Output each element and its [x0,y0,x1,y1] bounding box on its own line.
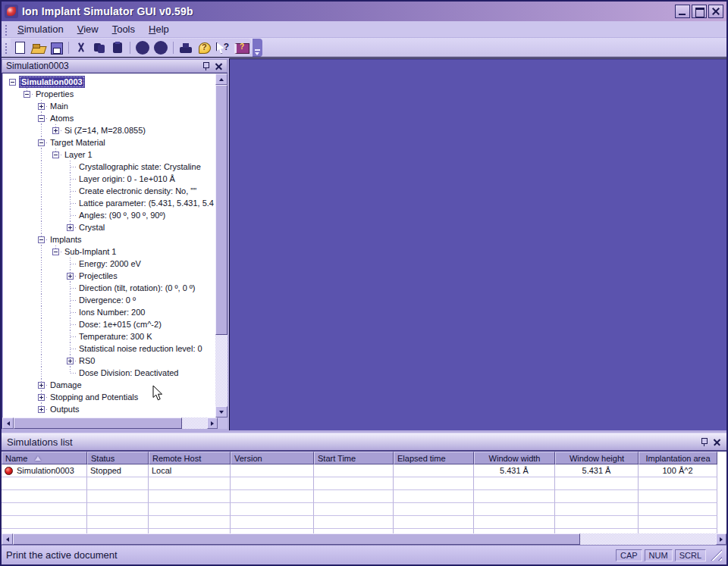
maximize-button[interactable] [692,5,707,18]
panel-close-icon[interactable] [713,438,721,446]
pin-icon[interactable] [700,437,708,446]
run-icon[interactable] [135,41,150,55]
column-header[interactable]: Remote Host [149,452,231,464]
expand-icon[interactable] [67,358,74,364]
tree-horizontal-scrollbar[interactable] [2,417,218,429]
column-header[interactable]: Start Time [314,452,394,464]
tree-item[interactable]: RS0 [3,355,215,367]
about-help-icon[interactable] [196,41,212,55]
workspace[interactable] [229,58,726,430]
pin-icon[interactable] [202,61,210,70]
tree-item[interactable]: Crystallographic state: Crystaline [3,161,215,173]
tree-vertical-scrollbar[interactable] [215,73,228,417]
scroll-thumb[interactable] [13,533,580,545]
expand-icon[interactable] [67,273,74,280]
collapse-icon[interactable] [38,139,45,146]
column-header[interactable]: Window width [474,452,555,464]
table-row[interactable] [2,490,726,503]
minimize-button[interactable] [675,5,690,18]
toolbar-options-chevron-icon[interactable] [253,39,262,57]
scroll-up-button[interactable] [215,73,228,85]
tree-item[interactable]: Crystal [3,221,215,233]
menubar-grip-icon[interactable] [4,23,8,36]
tree-item[interactable]: Layer 1 [3,149,215,161]
tree-item[interactable]: Simulation0003 [3,76,215,88]
table-horizontal-scrollbar[interactable] [2,533,726,545]
tree-item[interactable]: Damage [3,379,215,391]
tree-item[interactable]: Main [3,100,215,112]
table-row[interactable]: Simulation0003StoppedLocal5.431 Å5.431 Å… [2,464,726,477]
tree-item[interactable]: Outputs [3,403,215,415]
tree-item[interactable]: Divergence: 0 º [3,294,215,306]
column-header[interactable]: Name [2,452,87,464]
tree-panel-header[interactable]: Simulation0003 [2,59,228,73]
panel-close-icon[interactable] [215,62,223,70]
scroll-thumb[interactable] [215,85,228,335]
column-header[interactable]: Window height [555,452,639,464]
menu-help[interactable]: Help [142,22,176,36]
menu-view[interactable]: View [71,22,105,36]
menu-tools[interactable]: Tools [105,22,142,36]
expand-icon[interactable] [38,394,45,401]
collapse-icon[interactable] [52,152,59,158]
tree-item[interactable]: Statistical noise reduction level: 0 [3,342,215,355]
scroll-right-button[interactable] [207,417,218,429]
collapse-icon[interactable] [9,79,16,86]
scroll-left-button[interactable] [2,417,14,429]
tree-item[interactable]: Atoms [3,112,215,124]
open-folder-icon[interactable] [30,41,46,55]
scroll-left-button[interactable] [2,533,13,545]
column-header[interactable]: Implantation area [639,452,717,464]
tree-item[interactable]: Angles: (90 º, 90 º, 90º) [3,209,215,221]
tree-item[interactable]: Properties [3,88,215,100]
tree-item[interactable]: Direction (tilt, rotation): (0 º, 0 º) [3,282,215,294]
copy-icon[interactable] [92,41,107,55]
column-header[interactable]: Status [87,452,149,464]
new-document-icon[interactable] [12,41,27,55]
resize-grip[interactable] [711,549,722,561]
expand-icon[interactable] [38,382,45,389]
tree-item[interactable]: Ions Number: 200 [3,306,215,318]
expand-icon[interactable] [38,406,45,413]
tree-item[interactable]: Create electronic density: No, "" [3,185,215,197]
toolbar-grip-icon[interactable] [4,42,8,54]
table-row[interactable] [2,503,726,516]
app-logo-icon[interactable] [5,5,18,18]
tree-item[interactable]: Dose: 1e+015 (cm^-2) [3,318,215,330]
close-button[interactable] [708,5,723,18]
scroll-right-button[interactable] [716,533,726,545]
column-header[interactable]: Elapsed time [394,452,474,464]
collapse-icon[interactable] [38,236,45,243]
scroll-thumb[interactable] [14,417,182,429]
menu-simulation[interactable]: Simulation [11,22,71,36]
expand-icon[interactable] [38,103,45,110]
print-icon[interactable] [178,41,193,55]
collapse-icon[interactable] [38,115,45,122]
stop-icon[interactable] [153,41,168,55]
column-header[interactable]: Version [231,452,314,464]
help-book-icon[interactable] [233,41,248,55]
tree-item[interactable]: Target Material [3,136,215,149]
paste-icon[interactable] [110,41,125,55]
tree-item[interactable]: Temperature: 300 K [3,330,215,342]
save-icon[interactable] [49,41,64,55]
expand-icon[interactable] [52,127,59,134]
expand-icon[interactable] [67,224,74,231]
tree-item[interactable]: Stopping and Potentials [3,391,215,403]
tree-item[interactable]: Si (Z=14, M=28.0855) [3,124,215,136]
context-help-icon[interactable] [215,41,230,55]
tree-item[interactable]: Energy: 2000 eV [3,258,215,270]
tree-item[interactable]: Implants [3,233,215,245]
simulations-panel-header[interactable]: Simulations list [2,433,726,450]
tree-item[interactable]: Projectiles [3,270,215,282]
collapse-icon[interactable] [24,91,30,98]
table-row[interactable] [2,516,726,529]
table-row[interactable] [2,477,726,490]
scroll-down-button[interactable] [215,406,228,417]
titlebar[interactable]: Ion Implant Simulator GUI v0.59b [2,2,726,21]
tree-item[interactable]: Sub-Implant 1 [3,245,215,258]
tree-item[interactable]: Layer origin: 0 - 1e+010 Å [3,173,215,185]
collapse-icon[interactable] [52,249,59,255]
tree-item[interactable]: Dose Division: Deactivated [3,367,215,379]
cut-icon[interactable] [74,41,89,55]
